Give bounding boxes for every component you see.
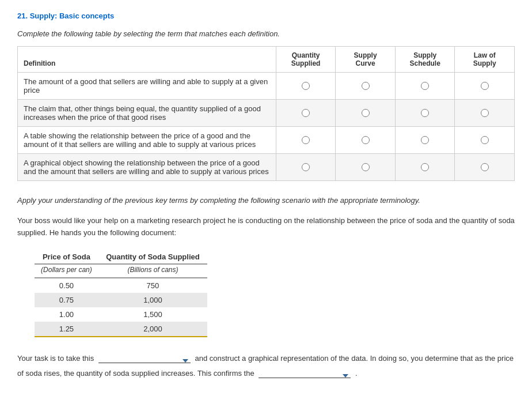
radio-row1-ss[interactable] xyxy=(421,82,429,90)
radio-cell-1-qs[interactable] xyxy=(276,73,336,100)
col-supply-schedule: SupplySchedule xyxy=(395,47,455,73)
radio-cell-2-ss[interactable] xyxy=(395,100,455,127)
col-definition: Definition xyxy=(18,47,276,73)
radio-row3-ls[interactable] xyxy=(481,136,489,144)
radio-row2-ss[interactable] xyxy=(421,109,429,117)
definition-cell-3: A table showing the relationship between… xyxy=(18,127,276,154)
definition-cell-1: The amount of a good that sellers are wi… xyxy=(18,73,276,100)
soda-quantity-cell: 1,500 xyxy=(98,307,207,322)
table-instructions: Complete the following table by selectin… xyxy=(17,29,515,38)
radio-row2-ls[interactable] xyxy=(481,109,489,117)
soda-quantity-cell: 2,000 xyxy=(98,322,207,337)
section-title: 21. Supply: Basic concepts xyxy=(17,12,515,20)
radio-cell-3-qs[interactable] xyxy=(276,127,336,154)
radio-row2-sc[interactable] xyxy=(362,109,370,117)
radio-row4-ls[interactable] xyxy=(481,163,489,171)
radio-cell-1-sc[interactable] xyxy=(336,73,396,100)
col-quantity-supplied: QuantitySupplied xyxy=(276,47,336,73)
radio-row4-ss[interactable] xyxy=(421,163,429,171)
radio-row1-qs[interactable] xyxy=(302,82,310,90)
radio-cell-2-ls[interactable] xyxy=(455,100,515,127)
soda-table: Price of Soda Quantity of Soda Supplied … xyxy=(35,250,207,337)
definition-cell-4: A graphical object showing the relations… xyxy=(18,154,276,181)
soda-quantity-cell: 1,000 xyxy=(98,293,207,307)
soda-col2-header: Quantity of Soda Supplied xyxy=(98,250,207,264)
radio-cell-3-sc[interactable] xyxy=(336,127,396,154)
fill-in-suffix: . xyxy=(355,369,358,378)
fill-in-prefix: Your task is to take this xyxy=(17,354,94,363)
soda-table-row: 0.50750 xyxy=(35,278,207,293)
radio-cell-4-ls[interactable] xyxy=(455,154,515,181)
definition-cell-2: The claim that, other things being equal… xyxy=(18,100,276,127)
table-row: A table showing the relationship between… xyxy=(18,127,515,154)
radio-row1-ls[interactable] xyxy=(481,82,489,90)
soda-price-cell: 1.25 xyxy=(35,322,98,337)
soda-quantity-cell: 750 xyxy=(98,278,207,293)
radio-cell-3-ls[interactable] xyxy=(455,127,515,154)
dropdown1-arrow-icon[interactable] xyxy=(183,359,188,363)
soda-col1-header: Price of Soda xyxy=(35,250,98,264)
radio-row1-sc[interactable] xyxy=(362,82,370,90)
soda-table-row: 1.001,500 xyxy=(35,307,207,322)
scenario-italic-instruction: Apply your understanding of the previous… xyxy=(17,195,515,207)
radio-cell-4-ss[interactable] xyxy=(395,154,455,181)
radio-cell-2-qs[interactable] xyxy=(276,100,336,127)
scenario-paragraph: Your boss would like your help on a mark… xyxy=(17,215,515,239)
radio-row2-qs[interactable] xyxy=(302,109,310,117)
radio-cell-2-sc[interactable] xyxy=(336,100,396,127)
col-supply-curve: SupplyCurve xyxy=(336,47,396,73)
radio-row3-qs[interactable] xyxy=(302,136,310,144)
radio-cell-1-ls[interactable] xyxy=(455,73,515,100)
radio-cell-3-ss[interactable] xyxy=(395,127,455,154)
col-law-of-supply: Law ofSupply xyxy=(455,47,515,73)
fill-in-section: Your task is to take this and construct … xyxy=(17,351,515,381)
table-row: A graphical object showing the relations… xyxy=(18,154,515,181)
radio-cell-4-sc[interactable] xyxy=(336,154,396,181)
soda-price-cell: 0.75 xyxy=(35,293,98,307)
soda-price-cell: 1.00 xyxy=(35,307,98,322)
soda-table-wrapper: Price of Soda Quantity of Soda Supplied … xyxy=(35,250,207,337)
soda-col2-subheader: (Billions of cans) xyxy=(98,264,207,278)
radio-row3-ss[interactable] xyxy=(421,136,429,144)
radio-row3-sc[interactable] xyxy=(362,136,370,144)
table-row: The amount of a good that sellers are wi… xyxy=(18,73,515,100)
radio-cell-1-ss[interactable] xyxy=(395,73,455,100)
radio-row4-qs[interactable] xyxy=(302,163,310,171)
fill-in-dropdown-1[interactable] xyxy=(98,359,191,363)
soda-col1-subheader: (Dollars per can) xyxy=(35,264,98,278)
definition-table: Definition QuantitySupplied SupplyCurve … xyxy=(17,46,515,181)
radio-cell-4-qs[interactable] xyxy=(276,154,336,181)
dropdown2-arrow-icon[interactable] xyxy=(343,374,348,378)
soda-price-cell: 0.50 xyxy=(35,278,98,293)
soda-table-row: 1.252,000 xyxy=(35,322,207,337)
soda-table-row: 0.751,000 xyxy=(35,293,207,307)
table-row: The claim that, other things being equal… xyxy=(18,100,515,127)
fill-in-dropdown-2[interactable] xyxy=(259,374,351,378)
radio-row4-sc[interactable] xyxy=(362,163,370,171)
